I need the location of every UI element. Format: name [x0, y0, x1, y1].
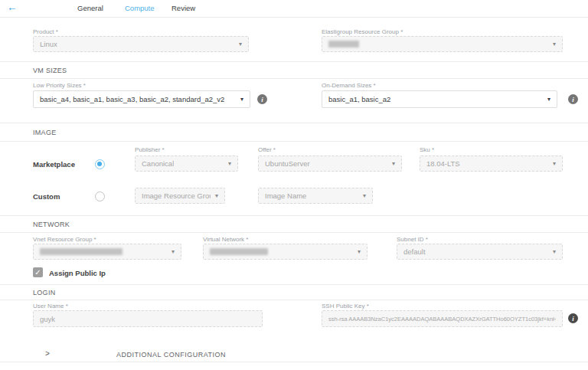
offer-label: Offer * [258, 146, 276, 153]
sku-label: Sku * [420, 146, 434, 153]
chevron-down-icon: ▾ [224, 160, 231, 167]
product-label: Product * [33, 28, 58, 35]
compute-config-page: ← General Compute Review Product * Linux… [0, 0, 588, 370]
offer-value: UbuntuServer [265, 159, 310, 168]
section-divider [0, 78, 588, 79]
info-icon[interactable]: i [568, 313, 578, 323]
chevron-down-icon: ▾ [353, 248, 361, 255]
offer-select: UbuntuServer ▾ [258, 156, 402, 172]
chevron-down-icon: ▾ [234, 41, 242, 47]
on-demand-value: basic_a1, basic_a2 [328, 95, 390, 103]
ssh-key-value: ssh-rsa AAAAB3NzaC1yc2EAAAADAQABAAABAQDX… [328, 316, 556, 323]
subnet-label: Subnet ID * [397, 236, 428, 243]
user-name-label: User Name * [33, 303, 68, 309]
redacted-value [210, 248, 268, 255]
tab-general[interactable]: General [77, 4, 103, 12]
chevron-down-icon: ▾ [548, 248, 556, 255]
low-priority-label: Low Priority Sizes * [33, 82, 86, 89]
chevron-down-icon: ▾ [387, 160, 395, 167]
section-divider [0, 215, 588, 216]
virtual-network-select: ▾ [203, 244, 368, 260]
chevron-right-icon[interactable]: > [45, 349, 50, 358]
chevron-down-icon: ▾ [211, 192, 218, 199]
tab-compute[interactable]: Compute [125, 4, 155, 12]
user-name-input: guyk [33, 310, 263, 327]
assign-public-ip-checkbox[interactable]: ✓ [33, 267, 43, 277]
on-demand-label: On-Demand Sizes * [322, 82, 376, 89]
chevron-down-icon: ▾ [548, 41, 556, 47]
ssh-key-label: SSH Public Key * [322, 303, 369, 309]
vm-sizes-title: VM SIZES [33, 67, 67, 74]
redacted-value [40, 248, 122, 255]
virtual-network-label: Virtual Network * [203, 236, 248, 243]
image-rg-select: Image Resource Group ▾ [135, 188, 225, 204]
low-priority-select[interactable]: basic_a4, basic_a1, basic_a3, basic_a2, … [33, 90, 250, 108]
product-value: Linux [40, 40, 57, 48]
bottom-divider [0, 362, 588, 362]
marketplace-radio[interactable] [95, 159, 105, 169]
chevron-down-icon: ▾ [167, 248, 175, 255]
info-icon[interactable]: i [568, 94, 578, 104]
header-divider [0, 17, 588, 18]
assign-public-ip-label: Assign Public Ip [49, 269, 106, 277]
publisher-value: Canonical [142, 159, 174, 168]
low-priority-value: basic_a4, basic_a1, basic_a3, basic_a2, … [40, 95, 224, 103]
section-divider [0, 123, 588, 123]
vnet-rg-label: Vnet Resource Group * [33, 236, 96, 243]
subnet-select: default ▾ [397, 244, 563, 260]
network-title: NETWORK [33, 221, 70, 228]
user-name-value: guyk [40, 315, 55, 323]
tab-review[interactable]: Review [172, 4, 195, 12]
section-divider [0, 61, 588, 62]
back-arrow-icon[interactable]: ← [7, 1, 18, 13]
product-select: Linux ▾ [33, 36, 249, 52]
image-name-select: Image Name ▾ [258, 188, 373, 204]
redacted-value [328, 41, 359, 47]
image-title: IMAGE [33, 129, 57, 136]
vnet-rg-select: ▾ [33, 244, 181, 260]
subnet-value: default [403, 247, 426, 256]
sku-select: 18.04-LTS ▾ [420, 156, 563, 172]
publisher-label: Publisher * [135, 146, 165, 153]
publisher-select: Canonical ▾ [135, 156, 238, 172]
chevron-down-icon: ▾ [548, 160, 556, 167]
elastigroup-rg-label: Elastigroup Resource Group * [322, 28, 403, 35]
chevron-down-icon: ▾ [543, 96, 550, 103]
custom-label: Custom [33, 192, 60, 201]
section-divider [0, 284, 588, 285]
login-title: LOGIN [33, 289, 56, 296]
image-name-placeholder: Image Name [265, 192, 306, 200]
section-divider [0, 232, 588, 233]
ssh-key-input: ssh-rsa AAAAB3NzaC1yc2EAAAADAQABAAABAQDX… [322, 310, 563, 327]
on-demand-select[interactable]: basic_a1, basic_a2 ▾ [322, 90, 557, 108]
sku-value: 18.04-LTS [426, 159, 460, 168]
info-icon[interactable]: i [257, 94, 267, 104]
additional-configuration-toggle[interactable]: ADDITIONAL CONFIGURATION [116, 351, 226, 359]
section-divider [0, 141, 588, 142]
custom-radio[interactable] [95, 192, 105, 201]
chevron-down-icon: ▾ [358, 192, 366, 199]
section-divider [0, 300, 588, 300]
marketplace-label: Marketplace [33, 160, 75, 169]
image-rg-placeholder: Image Resource Group [142, 192, 211, 200]
elastigroup-rg-select: ▾ [322, 36, 563, 52]
chevron-down-icon: ▾ [236, 96, 243, 103]
